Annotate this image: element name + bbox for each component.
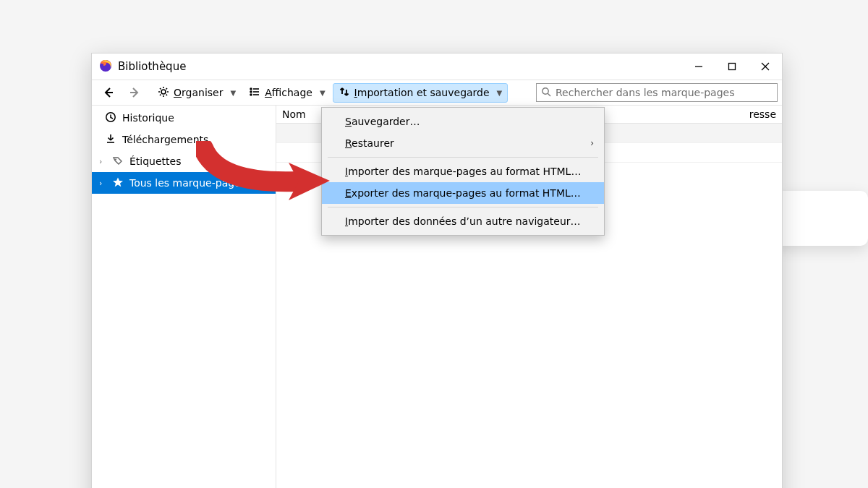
menu-item-save[interactable]: Sauvegarder… — [322, 111, 604, 132]
chevron-right-icon: › — [590, 138, 594, 148]
maximize-button[interactable] — [715, 53, 749, 80]
menu-item-label: Importer des marque-pages au format HTML… — [345, 166, 581, 177]
svg-point-7 — [161, 90, 166, 94]
close-button[interactable] — [749, 53, 782, 80]
organize-label: Organiser — [174, 87, 223, 98]
background-card — [774, 191, 868, 246]
menu-item-label: Restaurer — [345, 137, 394, 149]
menu-item-label: Sauvegarder… — [345, 116, 420, 127]
titlebar: Bibliothèque — [92, 53, 782, 80]
sidebar-item-tags[interactable]: › Étiquettes — [92, 150, 276, 172]
list-icon — [249, 86, 260, 100]
svg-rect-2 — [729, 64, 736, 70]
star-icon — [112, 176, 124, 190]
firefox-icon — [99, 59, 112, 74]
caret-down-icon: ▼ — [230, 89, 236, 97]
search-input[interactable]: Rechercher dans les marque-pages — [536, 83, 778, 102]
sidebar-item-label: Historique — [122, 112, 174, 124]
import-backup-menu-button[interactable]: Importation et sauvegarde ▼ — [333, 83, 509, 103]
column-address-fragment: resse — [749, 108, 776, 120]
sidebar: Historique Téléchargements › Étiquettes … — [92, 106, 276, 488]
svg-line-23 — [548, 93, 550, 96]
sidebar-item-history[interactable]: Historique — [92, 107, 276, 129]
svg-line-12 — [160, 88, 161, 89]
import-backup-label: Importation et sauvegarde — [354, 87, 490, 98]
chevron-right-icon: › — [99, 179, 106, 188]
search-placeholder: Rechercher dans les marque-pages — [556, 87, 734, 98]
sidebar-item-downloads[interactable]: Téléchargements — [92, 129, 276, 150]
chevron-right-icon: › — [99, 157, 106, 166]
view-label: Affichage — [265, 87, 312, 98]
organize-menu-button[interactable]: Organiser ▼ — [152, 83, 242, 103]
caret-down-icon: ▼ — [497, 89, 503, 97]
sidebar-item-label: Étiquettes — [129, 155, 181, 167]
window-title: Bibliothèque — [118, 60, 186, 73]
import-export-icon — [339, 86, 350, 100]
svg-point-22 — [542, 87, 548, 93]
menu-item-restore[interactable]: Restaurer › — [322, 132, 604, 154]
svg-point-26 — [115, 158, 116, 160]
menu-separator — [328, 157, 598, 158]
gear-icon — [158, 86, 169, 100]
menu-item-import-html[interactable]: Importer des marque-pages au format HTML… — [322, 160, 604, 182]
caret-down-icon: ▼ — [320, 89, 326, 97]
sidebar-item-label: Tous les marque-pages — [129, 177, 246, 189]
menu-separator — [328, 207, 598, 207]
forward-button[interactable] — [122, 83, 147, 102]
sidebar-item-label: Téléchargements — [122, 134, 208, 145]
tag-icon — [112, 155, 124, 168]
download-icon — [105, 133, 116, 147]
menu-item-export-html[interactable]: Exporter des marque-pages au format HTML… — [322, 182, 604, 204]
view-menu-button[interactable]: Affichage ▼ — [243, 83, 331, 103]
sidebar-item-all-bookmarks[interactable]: › Tous les marque-pages — [92, 172, 276, 194]
menu-item-label: Exporter des marque-pages au format HTML… — [345, 187, 581, 199]
back-button[interactable] — [96, 83, 121, 102]
history-icon — [105, 111, 116, 125]
import-backup-menu: Sauvegarder… Restaurer › Importer des ma… — [321, 107, 605, 236]
svg-line-15 — [166, 88, 167, 89]
window-controls — [682, 53, 782, 80]
svg-point-16 — [250, 88, 252, 90]
menu-item-import-browser[interactable]: Importer des données d’un autre navigate… — [322, 210, 604, 232]
svg-point-18 — [250, 94, 252, 95]
svg-point-17 — [250, 91, 252, 93]
toolbar: Organiser ▼ Affichage ▼ Importation et s… — [92, 80, 782, 106]
minimize-button[interactable] — [682, 53, 715, 80]
svg-line-13 — [166, 94, 167, 95]
search-icon — [541, 87, 551, 99]
menu-item-label: Importer des données d’un autre navigate… — [345, 215, 581, 227]
svg-line-14 — [160, 94, 161, 95]
